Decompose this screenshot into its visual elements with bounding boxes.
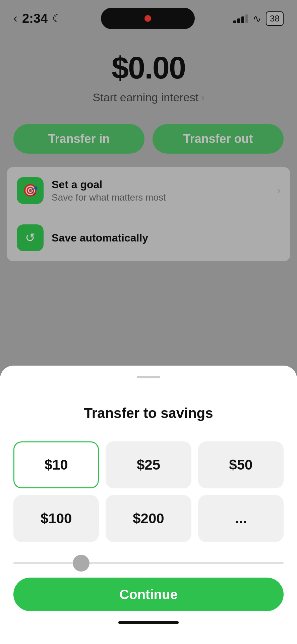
continue-button[interactable]: Continue — [13, 578, 284, 611]
bottom-sheet: Transfer to savings $10 $25 $50 $100 $20… — [0, 366, 297, 644]
amount-button-more[interactable]: ... — [198, 495, 284, 542]
amount-button-25[interactable]: $25 — [106, 441, 191, 488]
amount-button-100[interactable]: $100 — [13, 495, 99, 542]
home-indicator — [118, 621, 179, 624]
amount-button-200[interactable]: $200 — [106, 495, 191, 542]
amount-grid: $10 $25 $50 $100 $200 ... — [13, 441, 284, 542]
amount-slider[interactable] — [13, 562, 284, 564]
amount-button-10[interactable]: $10 — [13, 441, 99, 488]
amount-button-50[interactable]: $50 — [198, 441, 284, 488]
sheet-title: Transfer to savings — [84, 405, 213, 421]
sheet-handle — [137, 376, 160, 378]
slider-track — [13, 562, 284, 564]
slider-thumb[interactable] — [73, 555, 90, 572]
